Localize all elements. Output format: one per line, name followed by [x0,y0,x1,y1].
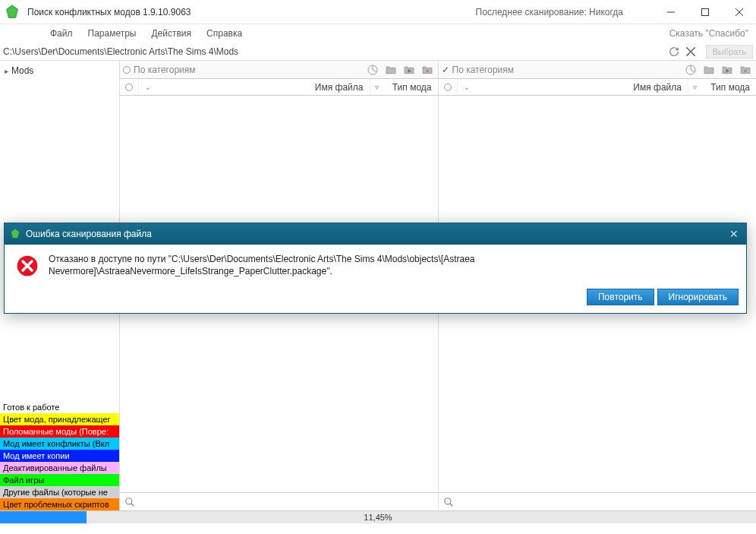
menu-file[interactable]: Файл [43,28,80,39]
search-icon [443,497,454,507]
close-button[interactable] [722,0,756,24]
sort-icon: ⌄ [145,84,151,91]
sort-icon: ⌄ [464,84,470,91]
legend-row: Другие файлы (которые не [0,486,119,498]
folder-play-icon[interactable] [720,62,735,77]
retry-button[interactable]: Повторить [587,289,654,305]
path-text: C:\Users\Der\Documents\Electronic Arts\T… [3,46,668,57]
col-modtype-label: Тип мода [710,82,750,93]
left-panel-toolbar: По категориям [120,61,438,79]
menu-bar: Файл Параметры Действия Справка Сказать … [0,24,756,43]
right-search[interactable] [439,492,757,510]
ignore-button[interactable]: Игнорировать [657,289,739,305]
dialog-title: Ошибка сканирования файла [26,229,152,239]
menu-params[interactable]: Параметры [80,28,144,39]
legend-row: Цвет проблемных скриптов [0,498,119,510]
search-icon [124,497,135,507]
legend-row: Мод имеет конфликты (Вкл [0,438,119,450]
svg-line-18 [449,503,452,506]
folder-play-icon[interactable] [402,62,417,77]
svg-marker-19 [11,229,20,238]
select-button[interactable]: Выбрать [706,45,753,58]
clear-icon[interactable] [685,46,697,58]
progress-area: 11,45% [0,510,756,534]
say-thanks-link[interactable]: Сказать "Спасибо" [669,28,748,39]
window-title: Поиск конфликтных модов 1.9.10.9063 [24,7,191,17]
progress-bar: 11,45% [0,510,756,523]
tree-expand-icon[interactable]: ▸ [5,67,8,75]
progress-text: 11,45% [364,513,392,522]
col-filename-label: Имя файла [633,82,682,93]
col-modtype-label: Тип мода [392,82,432,93]
title-bar: Поиск конфликтных модов 1.9.10.9063 Посл… [0,0,756,24]
menu-actions[interactable]: Действия [143,28,199,39]
folder-x-icon[interactable] [420,62,435,77]
left-search[interactable] [120,492,438,510]
maximize-button[interactable] [688,0,722,24]
legend-row: Цвет мода, принадлежащег [0,413,119,425]
dialog-titlebar[interactable]: Ошибка сканирования файла ✕ [5,223,746,245]
legend: Готов к работеЦвет мода, принадлежащегПо… [0,401,119,510]
svg-rect-2 [701,8,708,15]
tree-root-label: Mods [11,65,33,76]
error-dialog: Ошибка сканирования файла ✕ Отказано в д… [4,223,747,314]
app-icon [0,0,24,24]
svg-line-12 [131,503,134,506]
folder-x-icon[interactable] [738,62,753,77]
minimize-button[interactable] [654,0,688,24]
dialog-message: Отказано в доступе по пути "C:\Users\Der… [49,254,736,277]
legend-row: Готов к работе [0,401,119,413]
legend-row: Деактивированные файлы [0,462,119,474]
filter-icon: ▿ [375,83,379,91]
right-panel-header: ⌄ Имя файла ▿ Тип мода [439,79,757,96]
check-icon[interactable]: ✓ [442,65,449,75]
select-all-radio[interactable] [444,84,452,91]
app-icon [9,228,21,240]
col-modtype[interactable]: ▿ Тип мода [688,79,756,95]
dialog-close-button[interactable]: ✕ [726,226,742,242]
pie-icon[interactable] [365,62,380,77]
radio-icon[interactable] [123,66,131,74]
refresh-icon[interactable] [668,46,680,58]
folder-icon[interactable] [701,62,717,77]
tree-root-item[interactable]: ▸ Mods [3,64,116,77]
category-label[interactable]: По категориям [134,65,362,75]
col-filename[interactable]: ⌄ Имя файла [138,79,370,95]
legend-row: Мод имеет копии [0,450,119,462]
left-panel-header: ⌄ Имя файла ▿ Тип мода [120,79,438,96]
right-panel-toolbar: ✓ По категориям [439,61,757,79]
folder-icon[interactable] [383,62,398,77]
col-filename-label: Имя файла [315,82,364,93]
menu-help[interactable]: Справка [199,28,250,39]
legend-row: Поломанные моды (Повре: [0,425,119,438]
filter-icon: ▿ [693,83,697,91]
path-bar: C:\Users\Der\Documents\Electronic Arts\T… [0,43,756,61]
select-all-radio[interactable] [125,84,133,91]
svg-point-17 [444,498,450,504]
legend-row: Файл игры [0,474,119,486]
category-label[interactable]: По категориям [452,65,681,75]
error-icon [15,254,39,278]
last-scan-label: Последнее сканирование: Никогда [476,7,623,17]
svg-point-11 [126,498,132,504]
pie-icon[interactable] [683,62,698,77]
col-modtype[interactable]: ▿ Тип мода [370,79,438,95]
col-filename[interactable]: ⌄ Имя файла [457,79,688,95]
svg-marker-0 [7,5,18,17]
